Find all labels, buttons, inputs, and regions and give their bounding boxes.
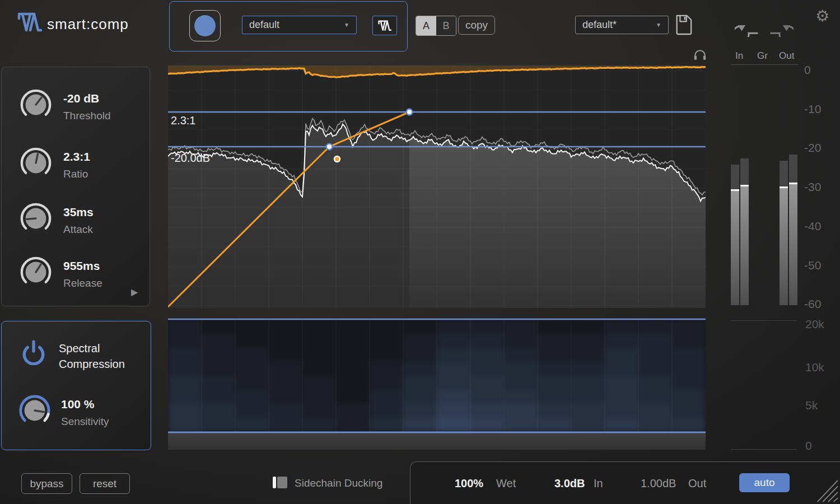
spectrogram-display[interactable] [168, 311, 706, 451]
release-label: Release [63, 277, 102, 290]
sensitivity-knob[interactable] [17, 393, 52, 428]
app-logo-icon [17, 11, 43, 34]
resize-handle[interactable] [813, 479, 839, 503]
meter-label-gr: Gr [757, 50, 768, 62]
undo-button[interactable] [735, 11, 760, 37]
threshold-line-label: -20.0dB [171, 152, 210, 164]
track-preset-value: default [249, 19, 279, 31]
toggle-track [277, 477, 287, 488]
peak-line [731, 189, 739, 191]
wet-label: Wet [496, 477, 516, 490]
ratio-knob[interactable] [18, 146, 53, 180]
input-gain-value[interactable]: 3.0dB [554, 477, 585, 490]
threshold-value: -20 dB [63, 92, 111, 105]
redo-arrow-icon [771, 26, 794, 37]
output-gain-label: Out [688, 477, 706, 490]
db-scale-label: 0 [804, 63, 811, 77]
compressor-params-panel: -20 dB Threshold 2.3:1 Ratio 35ms Attack [1, 67, 150, 306]
db-scale-label: -20 [804, 141, 821, 155]
sidechain-ducking-label: Sidechain Ducking [295, 477, 382, 489]
db-scale-label: -60 [804, 297, 821, 311]
ratio-label: Ratio [63, 168, 90, 180]
threshold-handle-dot[interactable] [326, 144, 333, 150]
save-preset-button[interactable] [674, 14, 693, 35]
expand-arrow-button[interactable]: ▶ [131, 287, 138, 297]
threshold-knob[interactable] [18, 87, 53, 122]
meter-label-in: In [735, 50, 743, 62]
freq-scale-label: 0 [805, 439, 812, 452]
threshold-label: Threshold [63, 110, 111, 122]
transfer-curve-display[interactable]: 2.3:1 -20.0dB [168, 66, 706, 308]
record-button[interactable] [189, 10, 221, 41]
floppy-icon [677, 16, 692, 34]
settings-gear-icon[interactable]: ⚙ [815, 7, 829, 25]
freq-axis-top-line [731, 320, 797, 321]
chevron-down-icon: ▼ [344, 22, 349, 28]
spectral-compression-title: Spectral Compression [59, 340, 125, 372]
meter-bar-out-right [789, 155, 797, 305]
auto-gain-button[interactable]: auto [739, 473, 790, 492]
toggle-handle [273, 477, 276, 488]
db-scale-label: -10 [804, 102, 821, 116]
power-button[interactable] [22, 339, 45, 365]
copy-button[interactable]: copy [458, 16, 495, 35]
headphone-icon[interactable] [693, 49, 707, 61]
ab-toggle-group: A B [416, 16, 456, 36]
attack-label: Attack [63, 223, 94, 236]
db-scale-label: -30 [804, 180, 821, 194]
spectral-compression-panel: Spectral Compression 100 % Sensitivity [1, 321, 151, 450]
sonible-glyph-icon [377, 20, 392, 32]
freq-scale-label: 20k [805, 318, 824, 331]
freq-axis-bottom-line [731, 449, 797, 450]
freq-scale-label: 10k [805, 361, 824, 374]
redo-button[interactable] [768, 11, 794, 37]
ab-button-a[interactable]: A [416, 16, 436, 35]
preset-value: default* [582, 19, 617, 31]
output-gain-value[interactable]: 1.00dB [641, 477, 676, 490]
chevron-down-icon: ▼ [656, 22, 661, 28]
meter-bar-in-left [731, 165, 739, 305]
db-scale-label: -50 [804, 259, 821, 272]
undo-arrow-icon [735, 26, 757, 37]
meter-underline [731, 64, 798, 65]
reset-button[interactable]: reset [80, 473, 130, 494]
attack-value: 35ms [63, 206, 94, 219]
release-value: 955ms [63, 259, 102, 273]
app-title: smart:comp [47, 16, 129, 33]
profile-button[interactable] [372, 16, 397, 35]
sensitivity-value: 100 % [61, 398, 109, 411]
wet-value[interactable]: 100% [455, 477, 483, 490]
ratio-value: 2.3:1 [63, 150, 90, 164]
sensitivity-label: Sensitivity [61, 416, 109, 428]
ratio-handle-dot[interactable] [407, 109, 413, 115]
db-scale-label: -40 [804, 220, 821, 233]
ratio-line-label: 2.3:1 [171, 114, 195, 127]
ab-button-b[interactable]: B [436, 16, 456, 35]
meter-label-out: Out [779, 50, 794, 62]
auto-threshold-dot[interactable] [334, 156, 340, 162]
input-gain-label: In [594, 477, 603, 490]
meter-bar-out-left [780, 161, 788, 305]
meter-bar-in-right [740, 158, 749, 305]
spectrogram-footer-strip [168, 433, 706, 449]
preset-dropdown[interactable]: default* ▼ [575, 16, 669, 34]
bypass-button[interactable]: bypass [21, 473, 72, 494]
freq-scale-label: 5k [805, 399, 818, 412]
peak-line [780, 186, 788, 188]
attack-knob[interactable] [18, 201, 53, 236]
track-preset-dropdown[interactable]: default ▼ [242, 16, 357, 34]
release-knob[interactable] [18, 255, 53, 290]
sidechain-ducking-toggle[interactable] [273, 477, 287, 488]
record-dot-icon [194, 15, 216, 36]
peak-line [740, 185, 749, 186]
peak-line [789, 183, 797, 184]
